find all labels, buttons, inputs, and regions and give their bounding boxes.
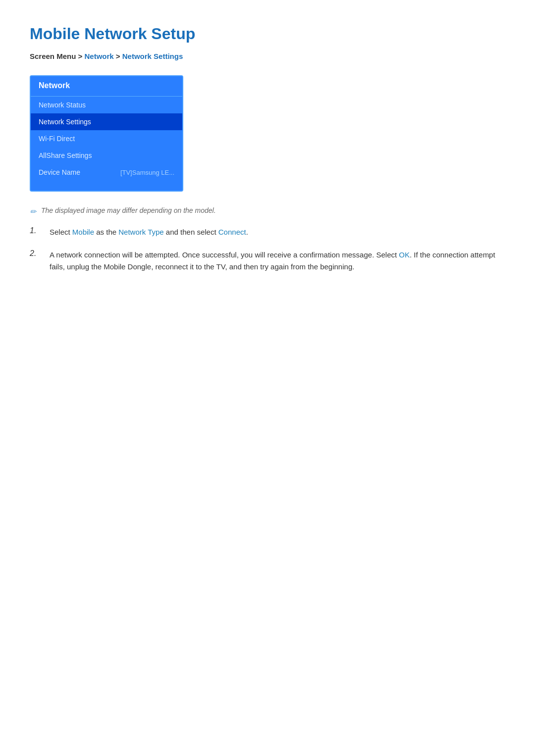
step-1-number: 1. [30, 226, 41, 235]
menu-item-device-name-row: Device Name [TV]Samsung LE... [31, 164, 182, 181]
menu-item-wifi-direct[interactable]: Wi-Fi Direct [31, 130, 182, 147]
breadcrumb-network-settings-link[interactable]: Network Settings [122, 52, 183, 60]
menu-item-network-settings[interactable]: Network Settings [31, 113, 182, 130]
menu-item-device-name-label: Device Name [39, 168, 80, 176]
note-section: ✏ The displayed image may differ dependi… [30, 206, 505, 216]
breadcrumb-prefix: Screen Menu > [30, 52, 84, 60]
breadcrumb-separator: > [114, 52, 122, 60]
step-1-network-type-link[interactable]: Network Type [118, 228, 163, 236]
tv-menu-header: Network [31, 76, 182, 97]
tv-menu-panel: Network Network Status Network Settings … [30, 75, 183, 192]
step-1-text: Select Mobile as the Network Type and th… [50, 226, 248, 238]
pencil-icon: ✏ [30, 207, 36, 216]
page-title: Mobile Network Setup [30, 25, 505, 43]
note-text: The displayed image may differ depending… [41, 206, 216, 214]
step-2-ok-link[interactable]: OK [399, 251, 410, 259]
breadcrumb: Screen Menu > Network > Network Settings [30, 52, 505, 60]
step-1-mobile-link[interactable]: Mobile [72, 228, 94, 236]
breadcrumb-network-link[interactable]: Network [84, 52, 113, 60]
step-2-text: A network connection will be attempted. … [50, 249, 505, 273]
menu-item-network-status[interactable]: Network Status [31, 97, 182, 113]
step-2-number: 2. [30, 249, 41, 258]
step-1-connect-link[interactable]: Connect [218, 228, 246, 236]
menu-item-device-name-value: [TV]Samsung LE... [120, 169, 174, 176]
step-2: 2. A network connection will be attempte… [30, 249, 505, 273]
steps-section: 1. Select Mobile as the Network Type and… [30, 226, 505, 273]
step-1: 1. Select Mobile as the Network Type and… [30, 226, 505, 238]
menu-item-allshare-settings[interactable]: AllShare Settings [31, 147, 182, 164]
